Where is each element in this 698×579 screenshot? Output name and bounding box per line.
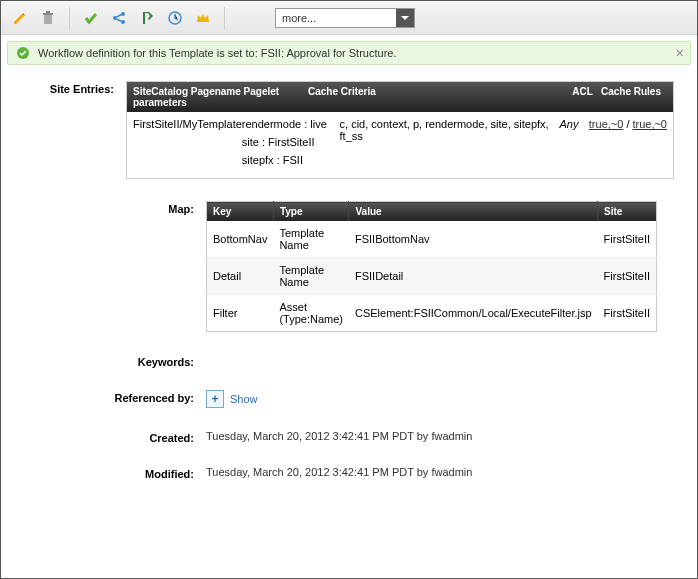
map-site: FirstSiteII <box>598 221 657 258</box>
clock-icon <box>167 10 183 26</box>
notification-text: Workflow definition for this Template is… <box>38 47 396 59</box>
content-area: Site Entries: SiteCatalog Pagename Pagel… <box>1 71 697 512</box>
map-site: FirstSiteII <box>598 295 657 332</box>
trash-icon <box>40 10 56 26</box>
delete-button[interactable] <box>37 7 59 29</box>
modified-value: Tuesday, March 20, 2012 3:42:41 PM PDT b… <box>206 466 472 478</box>
cell-pagename: FirstSiteII/MyTemplate <box>133 118 242 130</box>
separator <box>69 7 70 29</box>
map-key: Detail <box>207 258 274 295</box>
separator <box>224 7 225 29</box>
bookmark-icon <box>139 10 155 26</box>
cell-acl: Any <box>559 118 588 130</box>
map-type: Asset (Type:Name) <box>273 295 349 332</box>
cell-cache-rules: true,~0/true,~0 <box>589 118 667 130</box>
bookmark-button[interactable] <box>136 7 158 29</box>
col-cache-criteria: Cache Criteria <box>308 86 508 108</box>
svg-point-4 <box>121 12 125 16</box>
site-entries-table: SiteCatalog Pagename Pagelet parameters … <box>126 81 674 179</box>
cache-rule-link-b[interactable]: true,~0 <box>632 118 667 130</box>
param-item: sitepfx : FSII <box>242 154 340 166</box>
show-text: Show <box>230 393 258 405</box>
created-label: Created: <box>11 430 206 444</box>
map-col-value: Value <box>349 202 598 222</box>
table-row: FirstSiteII/MyTemplate rendermode : live… <box>127 112 673 178</box>
map-value: FSIIBottomNav <box>349 221 598 258</box>
svg-rect-6 <box>143 12 145 24</box>
crown-button[interactable] <box>192 7 214 29</box>
crown-icon <box>195 10 211 26</box>
edit-button[interactable] <box>9 7 31 29</box>
table-row: Filter Asset (Type:Name) CSElement:FSIIC… <box>207 295 657 332</box>
col-acl: ACL <box>572 86 592 97</box>
referenced-by-label: Referenced by: <box>11 390 206 408</box>
svg-point-5 <box>121 20 125 24</box>
map-col-type: Type <box>273 202 349 222</box>
col-cache-rules: Cache Rules <box>601 86 661 97</box>
close-icon[interactable]: × <box>676 46 684 60</box>
plus-icon: + <box>206 390 224 408</box>
site-entries-label: Site Entries: <box>11 81 126 179</box>
share-button[interactable] <box>108 7 130 29</box>
map-type: Template Name <box>273 258 349 295</box>
workflow-notification: Workflow definition for this Template is… <box>7 41 691 65</box>
dropdown-arrow-icon <box>396 9 414 27</box>
map-site: FirstSiteII <box>598 258 657 295</box>
map-key: Filter <box>207 295 274 332</box>
svg-rect-1 <box>43 13 53 15</box>
map-table: Key Type Value Site BottomNav Template N… <box>206 201 657 332</box>
cache-rule-link-a[interactable]: true,~0 <box>589 118 624 130</box>
map-col-key: Key <box>207 202 274 222</box>
table-row: Detail Template Name FSIIDetail FirstSit… <box>207 258 657 295</box>
map-value: FSIIDetail <box>349 258 598 295</box>
cell-criteria: c, cid, context, p, rendermode, site, si… <box>340 118 560 142</box>
approve-button[interactable] <box>80 7 102 29</box>
toolbar: more... <box>1 1 697 35</box>
map-value: CSElement:FSIICommon/Local/ExecuteFilter… <box>349 295 598 332</box>
success-icon <box>16 46 30 60</box>
map-label: Map: <box>11 201 206 332</box>
col-pagename: SiteCatalog Pagename <box>133 86 241 97</box>
param-item: rendermode : live <box>242 118 340 130</box>
keywords-label: Keywords: <box>11 354 206 368</box>
cell-params: rendermode : live site : FirstSiteII sit… <box>242 118 340 172</box>
map-type: Template Name <box>273 221 349 258</box>
param-item: site : FirstSiteII <box>242 136 340 148</box>
more-dropdown[interactable]: more... <box>275 8 415 28</box>
created-value: Tuesday, March 20, 2012 3:42:41 PM PDT b… <box>206 430 472 442</box>
check-icon <box>83 10 99 26</box>
map-col-site: Site <box>598 202 657 222</box>
share-icon <box>111 10 127 26</box>
pencil-icon <box>12 10 28 26</box>
svg-rect-0 <box>44 15 52 24</box>
svg-rect-2 <box>46 11 50 13</box>
map-key: BottomNav <box>207 221 274 258</box>
more-dropdown-label: more... <box>276 12 396 24</box>
history-button[interactable] <box>164 7 186 29</box>
show-button[interactable]: + Show <box>206 390 258 408</box>
table-row: BottomNav Template Name FSIIBottomNav Fi… <box>207 221 657 258</box>
modified-label: Modified: <box>11 466 206 480</box>
